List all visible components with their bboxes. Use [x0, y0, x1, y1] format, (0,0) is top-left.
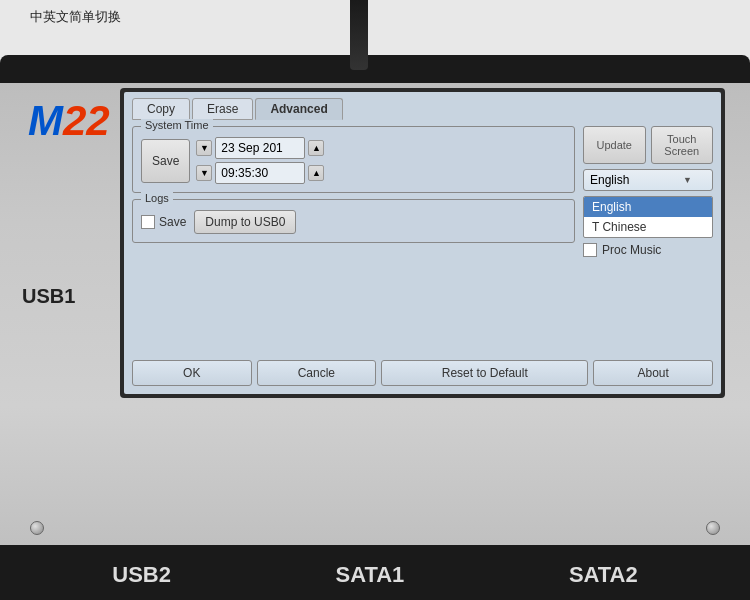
logs-save-text: Save [159, 215, 186, 229]
language-selected-text: English [590, 173, 629, 187]
lang-option-english[interactable]: English [584, 197, 712, 217]
proc-music-checkbox[interactable] [583, 243, 597, 257]
logs-group: Logs Save Dump to USB0 [132, 199, 575, 243]
time-down-btn[interactable]: ▼ [196, 165, 212, 181]
ok-button[interactable]: OK [132, 360, 252, 386]
top-bar [0, 55, 750, 83]
time-row: ▼ 09:35:30 ▲ [196, 162, 324, 184]
lang-option-chinese[interactable]: T Chinese [584, 217, 712, 237]
touchscreen-button[interactable]: Touch Screen [651, 126, 714, 164]
screen: Copy Erase Advanced System Time Save ▼ 2… [124, 92, 721, 394]
logo: M22 [28, 100, 110, 142]
tab-copy[interactable]: Copy [132, 98, 190, 120]
cancel-button[interactable]: Cancle [257, 360, 377, 386]
bottom-labels: USB2 SATA1 SATA2 [0, 562, 750, 588]
proc-music-row: Proc Music [583, 243, 713, 257]
usb1-text: USB1 [22, 285, 75, 307]
time-controls: ▼ 23 Sep 201 ▲ ▼ 09:35:30 ▲ [196, 137, 324, 184]
right-panel: Update Touch Screen English ▼ English T … [583, 126, 713, 364]
screw-bottom-left [30, 521, 44, 535]
action-buttons: OK Cancle Reset to Default About [132, 360, 713, 386]
date-down-btn[interactable]: ▼ [196, 140, 212, 156]
sata1-label: SATA1 [335, 562, 404, 588]
right-top-buttons: Update Touch Screen [583, 126, 713, 164]
date-display: 23 Sep 201 [215, 137, 305, 159]
language-select-container: English ▼ [583, 169, 713, 191]
logs-inner: Save Dump to USB0 [141, 210, 566, 234]
usb1-label: USB1 [22, 285, 75, 308]
reset-button[interactable]: Reset to Default [381, 360, 588, 386]
date-up-btn[interactable]: ▲ [308, 140, 324, 156]
sata2-label: SATA2 [569, 562, 638, 588]
about-button[interactable]: About [593, 360, 713, 386]
save-button[interactable]: Save [141, 139, 190, 183]
logo-22: 22 [63, 97, 110, 144]
annotation-text: 中英文简单切换 [30, 9, 121, 24]
content-area: System Time Save ▼ 23 Sep 201 ▲ ▼ 09:35 [132, 126, 713, 364]
proc-music-label: Proc Music [602, 243, 661, 257]
tab-advanced[interactable]: Advanced [255, 98, 342, 120]
system-time-inner: Save ▼ 23 Sep 201 ▲ ▼ 09:35:30 ▲ [141, 137, 566, 184]
logs-checkbox-area: Save [141, 215, 186, 229]
tabs: Copy Erase Advanced [132, 98, 713, 120]
screw-bottom-right [706, 521, 720, 535]
logs-checkbox[interactable] [141, 215, 155, 229]
tab-erase[interactable]: Erase [192, 98, 253, 120]
left-panel: System Time Save ▼ 23 Sep 201 ▲ ▼ 09:35 [132, 126, 575, 364]
time-up-btn[interactable]: ▲ [308, 165, 324, 181]
time-display: 09:35:30 [215, 162, 305, 184]
date-row: ▼ 23 Sep 201 ▲ [196, 137, 324, 159]
dump-button[interactable]: Dump to USB0 [194, 210, 296, 234]
system-time-label: System Time [141, 119, 213, 131]
language-select[interactable]: English ▼ [583, 169, 713, 191]
cable [350, 0, 368, 70]
usb2-label: USB2 [112, 562, 171, 588]
language-dropdown: English T Chinese [583, 196, 713, 238]
logs-label: Logs [141, 192, 173, 204]
screen-container: Copy Erase Advanced System Time Save ▼ 2… [120, 88, 725, 398]
system-time-group: System Time Save ▼ 23 Sep 201 ▲ ▼ 09:35 [132, 126, 575, 193]
logo-m: M [28, 97, 63, 144]
update-button[interactable]: Update [583, 126, 646, 164]
top-annotation: 中英文简单切换 [30, 8, 121, 26]
dropdown-arrow-icon: ▼ [683, 175, 692, 185]
